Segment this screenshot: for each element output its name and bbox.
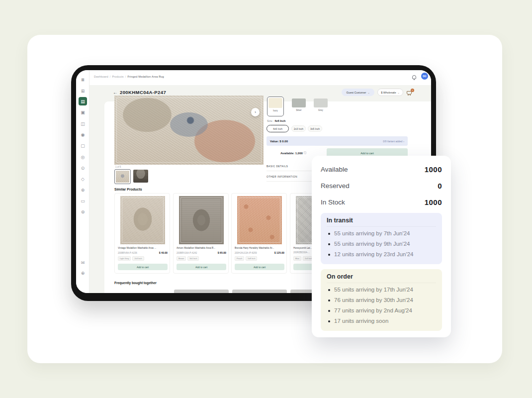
catalog-icon[interactable]: ▤: [79, 97, 87, 105]
inventory-row-available: Available 1000: [321, 161, 442, 178]
swatch-label: Grey: [314, 109, 328, 111]
image-counter: 1 of 5: [115, 166, 121, 168]
tags-icon[interactable]: ◇: [79, 175, 87, 183]
size-option-3x5[interactable]: 3x5 Inch: [308, 125, 322, 132]
automation-icon[interactable]: ⊛: [79, 186, 87, 194]
integrations-icon[interactable]: ⊚: [79, 207, 87, 216]
color-swatch-ivory[interactable]: Ivory: [267, 97, 284, 116]
color-swatch-silver[interactable]: Silver: [292, 99, 306, 111]
mail-icon[interactable]: ✉: [79, 258, 87, 267]
topbar: Dashboard/Products/Fringed Medallion Are…: [89, 70, 431, 85]
inventory-value: 0: [438, 182, 442, 190]
thumbnail-1-selected[interactable]: [114, 169, 131, 184]
product-main-image[interactable]: [114, 96, 264, 165]
in-transit-item: 12 units arriving by 23rd Jun'24: [327, 249, 436, 260]
avatar[interactable]: DG: [421, 73, 428, 80]
product-card-sku: 200RZBD30A-...: [293, 251, 310, 254]
inventory-row-reserved: Reserved 0: [321, 178, 442, 194]
notifications-bell-icon[interactable]: [412, 75, 416, 79]
product-card-name: Brenda Hazy Heraldry Washable Ar...: [235, 247, 284, 249]
in-transit-title: In transit: [327, 217, 436, 227]
cart-button[interactable]: 0: [406, 89, 414, 97]
variant-added-link[interactable]: 0/9 Variant added ›: [383, 140, 404, 143]
available-quantity: Available: 1,000 ⓘ: [280, 151, 306, 155]
back-arrow-icon[interactable]: ←: [113, 90, 118, 95]
breadcrumb: Dashboard/Products/Fringed Medallion Are…: [94, 75, 164, 78]
menu-icon[interactable]: ≡: [79, 75, 87, 84]
inventory-row-instock: In Stock 1000: [321, 194, 442, 210]
cart-badge: 0: [411, 89, 414, 92]
in-transit-item: 55 units arriving by 9th Jun'24: [327, 239, 436, 249]
add-to-cart-button[interactable]: Add to cart: [235, 264, 284, 270]
similar-products-heading: Similar Products: [114, 188, 142, 191]
product-card[interactable]: Atrium Medallion Washable Area R... 200B…: [173, 193, 229, 274]
thumbnail-image: [116, 171, 129, 183]
add-to-cart-button[interactable]: Add to cart: [177, 264, 226, 270]
rug-image: [114, 96, 264, 165]
files-icon[interactable]: ▭: [79, 197, 87, 205]
product-tag: Blue: [293, 256, 301, 261]
chevron-right-icon: ›: [403, 140, 404, 143]
inventory-popup: Available 1000 Reserved 0 In Stock 1000 …: [312, 156, 451, 337]
in-transit-item: 55 units arriving by 7th Jun'24: [327, 228, 436, 239]
on-order-title: On order: [327, 273, 436, 283]
next-image-button[interactable]: ›: [251, 108, 260, 116]
pricelist-dropdown[interactable]: $ Wholesale ⌄: [377, 89, 403, 96]
color-swatch-grey[interactable]: Grey: [314, 99, 328, 111]
frequently-bought-heading: Frequently bought together: [114, 281, 157, 285]
pricelist-dropdown-label: $ Wholesale: [381, 91, 396, 94]
orders-icon[interactable]: ▣: [79, 108, 87, 116]
product-tag: 2x3 Inch: [132, 256, 144, 261]
product-card-price: $ 40.00: [159, 251, 168, 254]
customer-dropdown-label: Guest Customer: [346, 91, 366, 94]
storefront-preview-icon[interactable]: ◎: [79, 153, 87, 161]
value-text: Value: $ 0.00: [270, 140, 288, 143]
inventory-value: 1000: [425, 198, 442, 206]
info-icon[interactable]: ⓘ: [304, 151, 307, 155]
on-order-item: 55 units arriving by 17th Jun'24: [327, 285, 436, 295]
chevron-down-icon: ⌄: [398, 91, 400, 94]
on-order-section: On order 55 units arriving by 17th Jun'2…: [321, 269, 442, 331]
settings-icon[interactable]: ⊕: [79, 269, 87, 277]
size-row: Size : 4x6 Inch: [267, 119, 285, 122]
product-card[interactable]: Vintage Medallion Washable Area ... 200B…: [114, 193, 170, 274]
swatch-label: Ivory: [268, 109, 282, 112]
partial-card: [232, 290, 287, 293]
dashboard-icon[interactable]: ⊞: [79, 87, 87, 95]
thumbnail-2[interactable]: [133, 170, 148, 183]
value-bar: Value: $ 0.00 0/9 Variant added ›: [266, 136, 408, 146]
swatch-label: Silver: [292, 109, 306, 111]
product-card-sku: 200HJAU13A-IP-8259: [235, 252, 257, 254]
size-option-4x6[interactable]: 4x6 Inch: [266, 125, 289, 132]
size-option-2x3[interactable]: 2x3 Inch: [291, 125, 306, 132]
breadcrumb-dashboard[interactable]: Dashboard: [94, 75, 108, 78]
product-tag: 5x8 Inch: [246, 256, 257, 261]
customers-icon[interactable]: ◫: [79, 119, 87, 128]
swatch-color: [292, 99, 306, 107]
available-label: Available: 1,000: [280, 152, 303, 155]
product-card-image: [120, 196, 165, 244]
chevron-down-icon: ⌄: [367, 91, 369, 94]
team-icon[interactable]: ⊙: [79, 164, 87, 172]
swatch-color: [314, 99, 328, 107]
product-card-image: [179, 196, 224, 244]
profile-icon[interactable]: ◉: [79, 130, 87, 139]
product-card[interactable]: Brenda Hazy Heraldry Washable Ar... 200H…: [231, 193, 287, 274]
on-order-item: 17 units arriving soon: [327, 316, 436, 326]
add-to-cart-button[interactable]: Add to cart: [118, 264, 168, 270]
product-tag: Light Grey: [118, 256, 131, 261]
swatch-color: [268, 98, 282, 108]
product-card-sku: 200BRV16A-P-A242: [177, 252, 197, 254]
size-value: 4x6 Inch: [274, 119, 285, 122]
inventory-value: 1000: [425, 165, 442, 174]
on-order-item: 77 units arriving by 2nd Aug'24: [327, 305, 436, 316]
breadcrumb-separator: /: [125, 75, 126, 78]
breadcrumb-products[interactable]: Products: [112, 75, 123, 78]
customer-dropdown[interactable]: Guest Customer ⌄: [342, 89, 374, 96]
partial-card: [174, 290, 229, 293]
breadcrumb-separator: /: [110, 75, 111, 78]
chevron-right-icon: ›: [255, 110, 256, 114]
product-tag: Peach: [235, 256, 244, 261]
documents-icon[interactable]: ▢: [79, 141, 87, 150]
product-card-name: Vintage Medallion Washable Area ...: [118, 247, 168, 249]
